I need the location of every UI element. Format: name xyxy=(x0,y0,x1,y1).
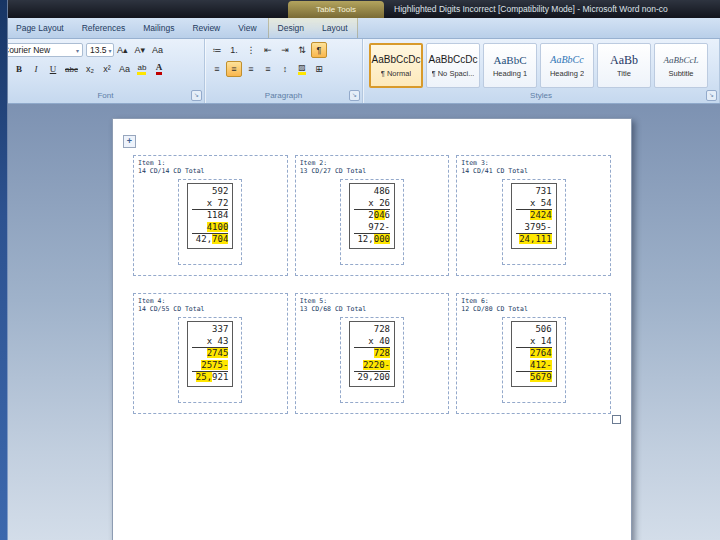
decrease-indent-button[interactable]: ⇤ xyxy=(260,42,276,58)
tab-view[interactable]: View xyxy=(229,18,265,38)
problem-line: 4100 xyxy=(192,222,228,235)
document-page[interactable]: + Item 1:14 CD/14 CD Total592x 721184410… xyxy=(112,118,632,540)
problem-line: x 54 xyxy=(516,198,552,211)
problem-line: 486 xyxy=(354,186,390,198)
italic-button[interactable]: I xyxy=(28,61,44,77)
problem-line: 2745 xyxy=(192,348,228,360)
font-name-value: Courier New xyxy=(7,45,50,55)
increase-indent-button[interactable]: ⇥ xyxy=(277,42,293,58)
tab-design[interactable]: Design xyxy=(269,18,313,38)
tab-references[interactable]: References xyxy=(73,18,134,38)
document-area[interactable]: + Item 1:14 CD/14 CD Total592x 721184410… xyxy=(0,104,720,540)
table-move-handle-icon[interactable]: + xyxy=(123,135,136,148)
multiplication-problem[interactable]: 728x 407282220-29,200 xyxy=(349,321,395,387)
font-group: Courier New ▾ 13.5 ▾ A▴ A▾ Aa B I U abc xyxy=(7,39,205,103)
multiplication-problem[interactable]: 731x 5424243795-24,111 xyxy=(511,183,557,249)
change-case-button[interactable]: Aa xyxy=(116,61,133,77)
strikethrough-icon: abc xyxy=(65,65,78,74)
digits: x 14 xyxy=(530,336,552,346)
problem-line: 2575- xyxy=(192,360,228,373)
tab-page-layout[interactable]: Page Layout xyxy=(7,18,73,38)
problem-line: 2046 xyxy=(354,210,390,222)
style-subtitle[interactable]: AaBbCcLSubtitle xyxy=(654,43,708,88)
multilevel-list-button[interactable]: ⋮ xyxy=(243,42,259,58)
shrink-font-button[interactable]: A▾ xyxy=(132,42,149,58)
digits: 29,200 xyxy=(357,372,390,382)
table-resize-handle[interactable] xyxy=(612,415,621,424)
highlighted-digits: 2220- xyxy=(363,360,390,370)
tab-layout[interactable]: Layout xyxy=(313,18,357,38)
subscript-button[interactable]: x₂ xyxy=(82,61,98,77)
style-name: Title xyxy=(617,69,631,78)
pilcrow-icon: ¶ xyxy=(317,45,322,55)
clear-formatting-button[interactable]: Aa xyxy=(149,42,166,58)
problem-line: x 43 xyxy=(192,336,228,349)
justify-button[interactable]: ≡ xyxy=(260,61,276,77)
font-name-combo[interactable]: Courier New ▾ xyxy=(7,43,83,57)
text-highlight-color-button[interactable]: ab xyxy=(134,61,150,77)
underline-button[interactable]: U xyxy=(45,61,61,77)
borders-button[interactable]: ⊞ xyxy=(311,61,327,77)
title-bar: Table Tools Highlighted Digits Incorrect… xyxy=(0,0,720,18)
multiplication-problem[interactable]: 506x 142764412-5679 xyxy=(511,321,557,387)
bullets-button[interactable]: ≔ xyxy=(209,42,225,58)
item-label: Item 5: xyxy=(300,297,445,305)
worksheet-cell-3[interactable]: Item 3:14 CD/41 CD Total731x 5424243795-… xyxy=(456,155,611,276)
multiplication-problem[interactable]: 337x 4327452575-25,921 xyxy=(187,321,233,387)
style-heading-1[interactable]: AaBbCHeading 1 xyxy=(483,43,537,88)
font-dialog-launcher-icon[interactable]: ↘ xyxy=(191,90,202,101)
digits: 486 xyxy=(374,186,390,196)
digits: 3795- xyxy=(525,222,552,232)
align-center-button[interactable]: ≡ xyxy=(226,61,242,77)
problem-line: 731 xyxy=(516,186,552,198)
problem-line: 12,000 xyxy=(354,234,390,246)
tab-review[interactable]: Review xyxy=(183,18,229,38)
sort-button[interactable]: ⇅ xyxy=(294,42,310,58)
styles-dialog-launcher-icon[interactable]: ↘ xyxy=(706,90,717,101)
digits: x 43 xyxy=(207,336,229,346)
superscript-button[interactable]: x² xyxy=(99,61,115,77)
multiplication-problem[interactable]: 592x 721184410042,704 xyxy=(187,183,233,249)
worksheet-cell-4[interactable]: Item 4:14 CD/55 CD Total337x 4327452575-… xyxy=(133,293,288,414)
style-no-spaci[interactable]: AaBbCcDc¶ No Spaci... xyxy=(426,43,480,88)
item-label: Item 2: xyxy=(300,159,445,167)
clear-formatting-icon: Aa xyxy=(152,45,163,55)
grow-font-button[interactable]: A▴ xyxy=(114,42,131,58)
digits: 506 xyxy=(535,324,551,334)
font-color-button[interactable]: A xyxy=(151,61,167,77)
numbering-button[interactable]: 1. xyxy=(226,42,242,58)
highlighted-digits: 24,111 xyxy=(519,234,552,244)
tab-mailings[interactable]: Mailings xyxy=(134,18,183,38)
style-title[interactable]: AaBbTitle xyxy=(597,43,651,88)
digits: 972- xyxy=(368,222,390,232)
align-right-icon: ≡ xyxy=(248,64,253,74)
main-tabs: Page LayoutReferencesMailingsReviewView xyxy=(7,18,266,38)
align-center-icon: ≡ xyxy=(231,64,236,74)
line-spacing-button[interactable]: ↕ xyxy=(277,61,293,77)
paragraph-dialog-launcher-icon[interactable]: ↘ xyxy=(349,90,360,101)
highlighter-icon: ab xyxy=(137,63,146,75)
shading-button[interactable]: ▨ xyxy=(294,61,310,77)
worksheet-cell-1[interactable]: Item 1:14 CD/14 CD Total592x 72118441004… xyxy=(133,155,288,276)
multiplication-problem[interactable]: 486x 262046972-12,000 xyxy=(349,183,395,249)
worksheet-cell-5[interactable]: Item 5:13 CD/68 CD Total728x 407282220-2… xyxy=(295,293,450,414)
digits: x 40 xyxy=(368,336,390,346)
worksheet-cell-6[interactable]: Item 6:12 CD/80 CD Total506x 142764412-5… xyxy=(456,293,611,414)
show-formatting-marks-button[interactable]: ¶ xyxy=(311,42,327,58)
chevron-down-icon: ▾ xyxy=(74,47,79,54)
align-left-button[interactable]: ≡ xyxy=(209,61,225,77)
strikethrough-button[interactable]: abc xyxy=(62,61,81,77)
highlighted-digits: 704 xyxy=(212,234,228,244)
style-normal[interactable]: AaBbCcDc¶ Normal xyxy=(369,43,423,88)
highlighted-digits: 2575- xyxy=(201,360,228,370)
bold-button[interactable]: B xyxy=(11,61,27,77)
style-name: ¶ Normal xyxy=(381,69,411,78)
worksheet-cell-2[interactable]: Item 2:13 CD/27 CD Total486x 262046972-1… xyxy=(295,155,450,276)
style-heading-2[interactable]: AaBbCcHeading 2 xyxy=(540,43,594,88)
font-size-combo[interactable]: 13.5 ▾ xyxy=(86,43,114,57)
italic-icon: I xyxy=(35,64,38,74)
align-right-button[interactable]: ≡ xyxy=(243,61,259,77)
problem-line: 506 xyxy=(516,324,552,336)
paragraph-group: ≔ 1. ⋮ ⇤ ⇥ ⇅ ¶ ≡ ≡ ≡ ≡ ↕ ▨ ⊞ xyxy=(205,39,363,103)
problem-line: x 26 xyxy=(354,198,390,211)
